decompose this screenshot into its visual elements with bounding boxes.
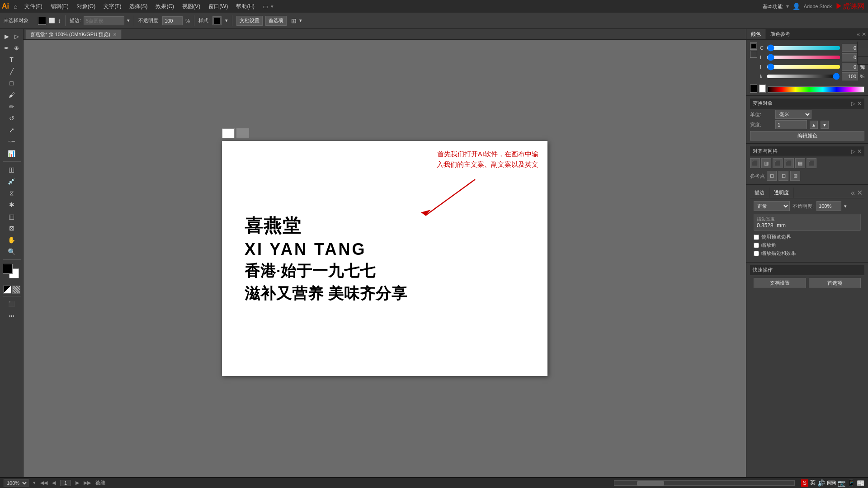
stroke-dropdown-icon[interactable]: ▾ (127, 18, 130, 23)
align-ref-icon2[interactable]: ⊟ (778, 171, 788, 181)
align-center-h-icon[interactable]: ▥ (761, 158, 771, 168)
prev-icon[interactable]: ◀ (52, 480, 56, 486)
warp-tool[interactable]: 〰 (2, 136, 22, 147)
color-mode-icon1[interactable] (750, 42, 757, 50)
blend-tool[interactable]: ⧖ (2, 188, 22, 198)
next-page-icon[interactable]: ▶▶ (84, 480, 91, 486)
spectrum-bar[interactable] (768, 86, 864, 93)
tab-transparency[interactable]: 透明度 (769, 188, 794, 198)
zoom-select[interactable]: 100% (4, 479, 28, 487)
gray-swatch[interactable] (236, 128, 249, 138)
none-swatch[interactable] (12, 286, 20, 294)
k-slider[interactable] (767, 75, 840, 78)
style-swatch[interactable] (212, 16, 222, 25)
scale-tool[interactable]: ⤢ (2, 125, 22, 136)
quick-preferences-btn[interactable]: 首选项 (809, 278, 861, 288)
brand-chinese[interactable]: 喜燕堂 (245, 213, 407, 238)
c-slider[interactable] (767, 46, 840, 50)
menu-object[interactable]: 对象(O) (73, 2, 99, 11)
taskbar-icon2[interactable]: 英 (810, 479, 816, 487)
increment-down-btn[interactable]: ▼ (821, 121, 829, 129)
right-tab-library[interactable]: 库 (857, 57, 868, 65)
unit-select[interactable]: 毫米 (775, 110, 811, 119)
menu-view[interactable]: 视图(V) (179, 2, 204, 11)
rotate-tool[interactable]: ↺ (2, 113, 22, 124)
style-dropdown-icon[interactable]: ▾ (225, 18, 228, 23)
adobe-stock-label[interactable]: Adobe Stock (804, 4, 832, 9)
expand-effects-checkbox[interactable] (754, 251, 759, 256)
horizontal-scrollbar[interactable] (614, 480, 795, 486)
taskbar-icon3[interactable]: 🔊 (817, 479, 825, 487)
menu-select[interactable]: 选择(S) (126, 2, 151, 11)
tab-stroke[interactable]: 描边 (750, 188, 769, 198)
align-top-icon[interactable]: ⬛ (784, 158, 794, 168)
expand-angle-checkbox-label[interactable]: 缩放角 (754, 242, 861, 249)
collapse-icon[interactable]: ✕ (857, 100, 862, 107)
close-tab-icon[interactable]: ✕ (113, 32, 117, 37)
next-icon[interactable]: ▶ (75, 480, 79, 486)
taskbar-icon4[interactable]: ⌨ (827, 479, 836, 487)
expand-effects-checkbox-label[interactable]: 缩放描边和效果 (754, 250, 861, 257)
hand-tool[interactable]: ✋ (2, 235, 22, 245)
menu-file[interactable]: 文件(F) (21, 2, 46, 11)
right-tab-layers[interactable]: 图层 (857, 49, 868, 57)
taskbar-icon5[interactable]: 📷 (838, 479, 845, 487)
edit-color-button[interactable]: 编辑颜色 (750, 131, 864, 141)
menu-text[interactable]: 文字(T) (100, 2, 125, 11)
increment-up-btn[interactable]: ▲ (810, 121, 818, 129)
align-close-icon[interactable]: ✕ (857, 148, 862, 155)
gradient-tool[interactable]: ◫ (2, 164, 22, 175)
taskbar-icon6[interactable]: 📱 (847, 479, 855, 487)
expand-angle-checkbox[interactable] (754, 243, 759, 248)
trans-panel-expand-icon[interactable]: « (851, 189, 855, 197)
c-value[interactable] (842, 44, 858, 52)
opacity-arrow-icon[interactable]: ▾ (844, 203, 847, 209)
width-input[interactable] (775, 120, 807, 129)
direct-selection-tool[interactable]: ▷ (12, 31, 22, 42)
graph-tool[interactable]: 📊 (2, 148, 22, 159)
prev-page-icon[interactable]: ◀◀ (40, 480, 47, 486)
m-slider[interactable] (767, 56, 840, 59)
selection-tool[interactable]: ▶ (2, 31, 12, 42)
taskbar-icon7[interactable]: 📰 (857, 479, 864, 487)
align-ref-icon3[interactable]: ⊠ (790, 171, 800, 181)
pencil-tool[interactable]: ✏ (2, 101, 22, 112)
stroke-input[interactable] (84, 16, 124, 25)
preferences-button[interactable]: 首选项 (265, 16, 287, 26)
menu-effect[interactable]: 效果(C) (152, 2, 178, 11)
arrow-icon[interactable]: ↕ (58, 17, 61, 24)
arrange-icon[interactable]: ⊞ (291, 17, 297, 24)
fill-color-swatch[interactable] (38, 17, 46, 25)
y-slider[interactable] (767, 65, 840, 69)
change-screen-mode[interactable]: ⬛ (2, 299, 22, 310)
align-ref-icon1[interactable]: ⊞ (767, 171, 777, 181)
gradient-swatch[interactable] (3, 286, 11, 294)
eyedropper-tool[interactable]: 💉 (2, 176, 22, 187)
trans-panel-close-icon[interactable]: ✕ (857, 188, 863, 197)
symbol-tool[interactable]: ✱ (2, 199, 22, 210)
align-expand-icon[interactable]: ▷ (851, 148, 855, 155)
opacity-input2[interactable] (816, 201, 841, 211)
page-number-input[interactable] (60, 480, 71, 486)
pen-add-tool[interactable]: ⊕ (12, 42, 22, 53)
doc-settings-button[interactable]: 文档设置 (236, 16, 263, 26)
quick-doc-settings-btn[interactable]: 文档设置 (754, 278, 806, 288)
home-icon[interactable]: ⌂ (14, 3, 17, 10)
blend-mode-select[interactable]: 正常 (754, 201, 790, 211)
k-value[interactable] (842, 72, 858, 80)
color-mode-icon2[interactable] (750, 51, 757, 58)
pen-tool[interactable]: ✒ (2, 42, 12, 53)
brand-english[interactable]: XI YAN TANG (245, 240, 407, 259)
chevron-icon[interactable]: ▾ (786, 3, 789, 9)
line-tool[interactable]: ╱ (2, 66, 22, 77)
text-tool[interactable]: T (2, 54, 22, 65)
white-swatch[interactable] (222, 128, 235, 138)
panel-collapse-icon[interactable]: « (857, 31, 860, 38)
y-value[interactable] (842, 63, 858, 71)
arrange-dropdown-icon[interactable]: ▾ (299, 18, 302, 23)
tagline-chinese[interactable]: 香港·始于一九七七 (245, 261, 407, 282)
preview-edges-checkbox[interactable] (754, 235, 759, 240)
menu-edit[interactable]: 编辑(E) (47, 2, 72, 11)
menu-window[interactable]: 窗口(W) (205, 2, 231, 11)
canvas-tab[interactable]: 喜燕堂* @ 100% (CMYK/GPU 预览) ✕ (25, 29, 122, 39)
